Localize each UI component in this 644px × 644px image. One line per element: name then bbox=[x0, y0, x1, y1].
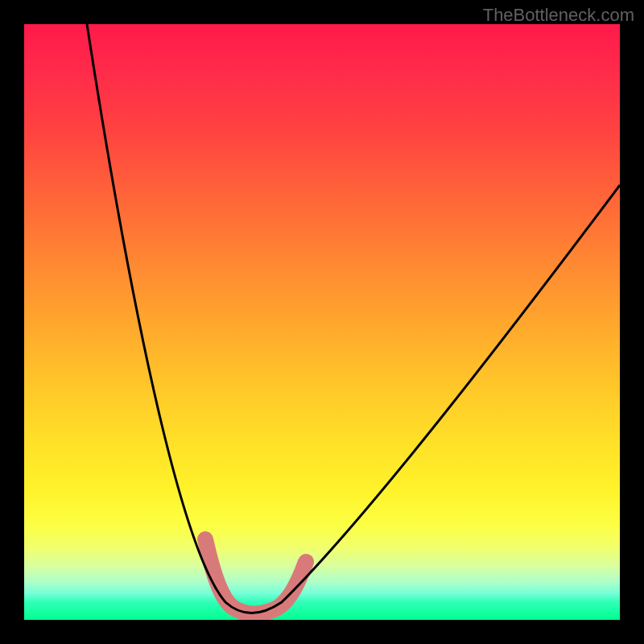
chart-svg bbox=[24, 24, 620, 620]
bottleneck-curve-path bbox=[87, 24, 620, 613]
match-band-path bbox=[205, 539, 306, 614]
plot-area bbox=[24, 24, 620, 620]
watermark-text: TheBottleneck.com bbox=[483, 5, 634, 26]
